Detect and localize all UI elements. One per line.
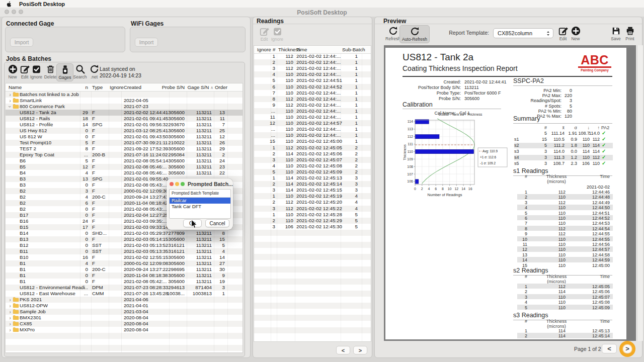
batch-row[interactable]: US812 - Tank 2a29F2021-02-02 12:44:41305… <box>6 110 243 116</box>
batch-row[interactable]: B44F2021-02-08 05:46:...30560011321122 <box>6 170 243 176</box>
preview-next-page-button[interactable]: > <box>620 344 635 353</box>
reading-row[interactable]: 11122021-02-02 12:45:052 <box>254 145 371 151</box>
reading-row[interactable]: 21102021-02-02 12:45:295 <box>254 218 371 224</box>
batch-row[interactable]: TEST 28F2021-09-22 17:52:393056001132112… <box>6 146 243 152</box>
batch-row[interactable]: Epoxy Top Coat...200-B2021-07-16 11:24:0… <box>6 152 243 158</box>
batch-row[interactable]: US 812 W0F2021-02-01 09:43:5030560011321… <box>6 134 243 140</box>
expand-arrow-icon[interactable]: › <box>8 92 13 98</box>
template-edit-button[interactable]: Edit <box>556 26 570 41</box>
reading-row[interactable]: 151102021-02-02 12:45:001 <box>254 138 371 144</box>
reading-row[interactable]: ...1102021-02-02 12:44:...1 <box>254 108 371 114</box>
reading-row[interactable]: 31102021-02-02 12:45:072 <box>254 157 371 163</box>
wifi-gages-import-button[interactable]: Import <box>135 38 158 47</box>
reading-row[interactable]: 31122021-02-02 12:45:224 <box>254 206 371 212</box>
job-folder-row[interactable]: ›BMX23012020-08-04 <box>6 315 243 321</box>
refresh-button[interactable]: Refresh <box>385 26 400 41</box>
dialog-close-button[interactable] <box>170 182 174 186</box>
reading-row[interactable]: 61102021-02-02 12:44:521 <box>254 84 371 90</box>
batch-row[interactable]: US812 - East Warehouse...CMM2021-07-26 1… <box>6 291 243 297</box>
job-folder-row[interactable]: ›CX852020-08-04 <box>6 321 243 327</box>
reading-row[interactable]: 21142021-02-02 12:45:143 <box>254 181 371 187</box>
batch-row[interactable]: B512F2021-02-08 05:46:...30560011321123 <box>6 164 243 170</box>
jobs-toolbar-gages-button[interactable]: Gages <box>56 63 73 81</box>
menubar-app-name[interactable]: PosiSoft Desktop <box>19 1 65 7</box>
apple-menu-icon[interactable] <box>6 1 12 7</box>
jobs-toolbar-search-button[interactable]: Search <box>72 64 88 79</box>
auto-refresh-button[interactable]: Auto-Refresh <box>399 25 430 43</box>
reading-row[interactable]: 71102021-02-02 12:44:...1 <box>254 90 371 96</box>
reading-row[interactable]: ...1102021-02-02 12:44:...1 <box>254 132 371 138</box>
job-folder-row[interactable]: ›800 Commerce Park2021-07-23 <box>6 104 243 110</box>
job-folder-row[interactable]: ›Batches not linked to a Job <box>6 92 243 98</box>
template-new-button[interactable]: New <box>569 26 583 41</box>
batch-row[interactable]: US Hwy 8120F2021-03-12 08:25:41305600113… <box>6 128 243 134</box>
batch-row[interactable]: B130F2021-02-03 05:14:1530560011321115 <box>6 236 243 242</box>
reading-row[interactable]: 21102021-02-02 12:44:...1 <box>254 59 371 65</box>
batch-row[interactable]: B14F2000-01-02 12:09:0830560011321127 <box>6 260 243 266</box>
jobs-toolbar-delete-button[interactable]: Delete <box>43 64 58 79</box>
connected-gage-import-button[interactable]: Import <box>10 38 33 47</box>
batch-row[interactable]: B65F2021-02-08 05:54:1430560011321124 <box>6 158 243 164</box>
readings-toolbar-ignore-button[interactable]: Ignore <box>270 27 285 42</box>
reading-row[interactable]: 11102021-02-02 12:45:285 <box>254 212 371 218</box>
cancel-button[interactable]: Cancel <box>205 219 229 227</box>
reading-row[interactable]: ...1102021-02-02 12:44:...1 <box>254 126 371 132</box>
expand-arrow-icon[interactable]: › <box>8 309 13 315</box>
preview-prev-page-button[interactable]: < <box>602 344 617 353</box>
batch-row[interactable]: B10F2021-02-08 05:42:...30560011321119 <box>6 279 243 285</box>
expand-arrow-icon[interactable]: › <box>8 303 13 309</box>
job-folder-row[interactable]: ›PKS 20212021-04-06 <box>6 297 243 303</box>
reading-row[interactable]: 31122021-02-02 12:44:...1 <box>254 65 371 71</box>
readings-next-page-button[interactable]: > <box>353 346 367 354</box>
readings-prev-page-button[interactable]: < <box>336 346 350 354</box>
reading-row[interactable]: 21122021-02-02 12:45:204 <box>254 199 371 205</box>
expand-arrow-icon[interactable]: › <box>8 297 13 303</box>
job-folder-row[interactable]: ›Sample Job2021-03-04 <box>6 309 243 315</box>
reading-row[interactable]: 31142021-02-02 12:45:153 <box>254 187 371 193</box>
reading-row[interactable]: 51102021-02-02 12:45:092 <box>254 169 371 175</box>
reading-row[interactable]: 41102021-02-02 12:44:...1 <box>254 71 371 77</box>
reading-row[interactable]: 11122021-02-02 12:44:...1 <box>254 53 371 59</box>
batch-row[interactable]: B110SST2021-02-03 05:13:353161211132114 <box>6 248 243 254</box>
batch-row[interactable]: Test Prompt105F2021-07-30 09:21:11210022… <box>6 140 243 146</box>
reading-row[interactable]: 31062021-02-02 12:45:305 <box>254 224 371 230</box>
expand-arrow-icon[interactable]: › <box>8 315 13 321</box>
jobs-toolbar-ignore-button[interactable]: Ignore <box>29 64 44 79</box>
print-button[interactable]: Print <box>623 26 637 41</box>
batch-row[interactable]: US812 - Profile14SPG2021-02-01 09:56:322… <box>6 122 243 128</box>
job-folder-row[interactable]: ›SmartLink2022-04-05 <box>6 98 243 104</box>
reading-row[interactable]: 111102021-02-02 12:44:...1 <box>254 114 371 120</box>
reading-row[interactable]: 21142021-02-02 12:45:062 <box>254 151 371 157</box>
batch-row[interactable]: B10200-C2020-09-24 13:27:222986951132113… <box>6 266 243 273</box>
batch-row[interactable]: B120SST2021-02-03 05:13:523161211132115 <box>6 242 243 248</box>
template-option-tank-car-dft[interactable]: Tank Car DFT <box>170 204 230 210</box>
batch-row[interactable]: B140SHD...2021-02-03 05:29:3727780911321… <box>6 230 243 236</box>
reading-row[interactable]: 41102021-02-02 12:45:082 <box>254 163 371 169</box>
reading-row[interactable]: 51102021-02-02 12:44:511 <box>254 77 371 83</box>
batch-row[interactable]: B1016F2021-02-02 12:55:1530560011321114 <box>6 254 243 260</box>
preview-scrollbar[interactable] <box>637 45 643 341</box>
batch-row[interactable]: B10F2020-11-04 08:18:383056001132119 <box>6 273 243 279</box>
job-folder-row[interactable]: ›MXPro2020-08-04 <box>6 327 243 333</box>
save-button[interactable]: Save <box>609 26 623 41</box>
job-name: B1 <box>20 266 26 273</box>
job-folder-row[interactable]: ›US812-DPW2021-04-01 <box>6 303 243 309</box>
reading-row[interactable]: 121102021-02-02 12:44:571 <box>254 120 371 126</box>
template-option-railcar[interactable]: Railcar <box>170 198 230 204</box>
batch-row[interactable]: US812 - Environmental Readin......DPM202… <box>6 285 243 291</box>
dialog-zoom-button[interactable] <box>181 182 185 186</box>
dialog-minimize-button[interactable] <box>175 182 179 186</box>
reading-row[interactable]: 81122021-02-02 12:44:...1 <box>254 96 371 102</box>
report-template-select[interactable]: CX852column <box>493 28 553 38</box>
ok-button[interactable]: Ok <box>183 219 202 227</box>
gage-sn: 113211 <box>196 279 212 285</box>
expand-arrow-icon[interactable]: › <box>8 327 13 333</box>
reading-row[interactable]: 11142021-02-02 12:45:133 <box>254 175 371 181</box>
new-template-icon <box>569 26 583 36</box>
reading-row[interactable]: 91122021-02-02 12:44:...1 <box>254 102 371 108</box>
expand-arrow-icon[interactable]: › <box>8 321 13 327</box>
reading-count: 16 <box>83 254 88 260</box>
expand-arrow-icon[interactable]: › <box>8 98 13 104</box>
reading-row[interactable]: 11102021-02-02 12:45:194 <box>254 193 371 199</box>
batch-row[interactable]: US812 - Rails18F2021-02-01 09:41:4530560… <box>6 116 243 122</box>
